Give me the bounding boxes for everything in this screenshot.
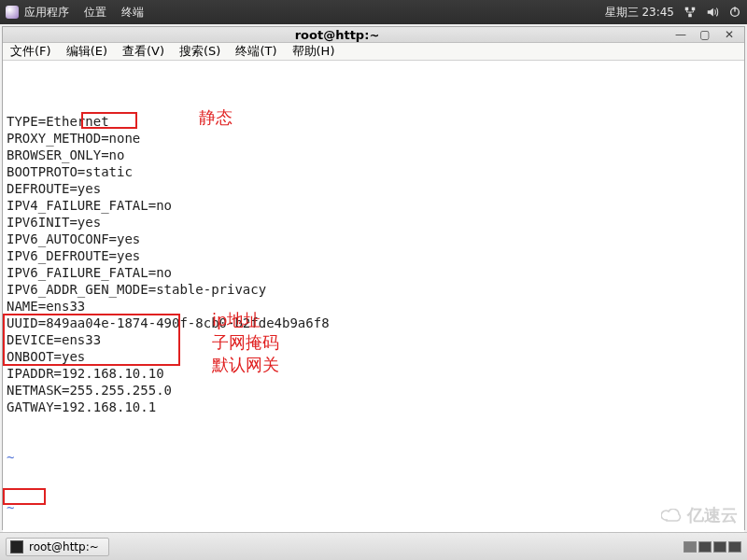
svg-rect-1 bbox=[692, 7, 696, 11]
taskbar-item-terminal[interactable]: root@http:~ bbox=[6, 538, 109, 556]
vim-empty-line: ~ bbox=[7, 449, 740, 466]
menu-terminal[interactable]: 终端 bbox=[121, 5, 144, 21]
config-line: GATWAY=192.168.10.1 bbox=[7, 399, 740, 415]
gnome-logo-icon bbox=[6, 6, 19, 19]
svg-rect-4 bbox=[734, 7, 735, 12]
workspace-3[interactable] bbox=[713, 541, 726, 553]
config-line: DEVICE=ens33 bbox=[7, 331, 740, 348]
config-line: DEFROUTE=yes bbox=[7, 180, 740, 197]
terminal-content[interactable]: TYPE=EthernetPROXY_METHOD=noneBROWSER_ON… bbox=[3, 61, 744, 560]
taskbar-item-label: root@http:~ bbox=[29, 540, 99, 553]
menu-places[interactable]: 位置 bbox=[84, 5, 106, 21]
terminal-window: root@http:~ — ▢ ✕ 文件(F) 编辑(E) 查看(V) 搜索(S… bbox=[2, 26, 745, 530]
menu-help[interactable]: 帮助(H) bbox=[292, 43, 335, 60]
titlebar[interactable]: root@http:~ — ▢ ✕ bbox=[3, 27, 744, 43]
network-icon[interactable] bbox=[684, 6, 697, 20]
clock[interactable]: 星期三 23:45 bbox=[605, 5, 674, 21]
config-line: NAME=ens33 bbox=[7, 298, 740, 315]
menubar: 文件(F) 编辑(E) 查看(V) 搜索(S) 终端(T) 帮助(H) bbox=[3, 43, 744, 61]
config-line: PROXY_METHOD=none bbox=[7, 130, 740, 147]
close-button[interactable]: ✕ bbox=[722, 27, 737, 42]
workspace-4[interactable] bbox=[728, 541, 741, 553]
power-icon[interactable] bbox=[728, 6, 741, 20]
svg-rect-2 bbox=[688, 14, 692, 18]
config-line: IPV6INIT=yes bbox=[7, 214, 740, 231]
menu-view[interactable]: 查看(V) bbox=[122, 43, 164, 60]
volume-icon[interactable] bbox=[706, 6, 719, 20]
top-panel: 应用程序 位置 终端 星期三 23:45 bbox=[0, 0, 747, 24]
menu-terminal[interactable]: 终端(T) bbox=[235, 43, 276, 60]
config-line: UUID=849aa04e-1874-490f-8cb0-b2fde4b9a6f… bbox=[7, 315, 740, 331]
minimize-button[interactable]: — bbox=[673, 27, 688, 42]
vim-empty-line: ~ bbox=[7, 499, 740, 516]
watermark: 亿速云 bbox=[661, 504, 738, 526]
config-line: ONBOOT=yes bbox=[7, 348, 740, 365]
config-line: BROWSER_ONLY=no bbox=[7, 147, 740, 163]
taskbar: root@http:~ bbox=[0, 532, 747, 560]
config-line: IPV6_FAILURE_FATAL=no bbox=[7, 264, 740, 281]
menu-file[interactable]: 文件(F) bbox=[10, 43, 51, 60]
config-line: IPV6_ADDR_GEN_MODE=stable-privacy bbox=[7, 281, 740, 298]
svg-rect-0 bbox=[685, 7, 689, 11]
workspace-1[interactable] bbox=[684, 541, 697, 553]
config-line: IPADDR=192.168.10.10 bbox=[7, 365, 740, 382]
config-line: IPV6_DEFROUTE=yes bbox=[7, 247, 740, 264]
terminal-icon bbox=[10, 540, 23, 553]
menu-search[interactable]: 搜索(S) bbox=[179, 43, 220, 60]
workspace-switcher[interactable] bbox=[684, 541, 741, 553]
config-line: NETMASK=255.255.255.0 bbox=[7, 382, 740, 399]
config-line: IPV4_FAILURE_FATAL=no bbox=[7, 197, 740, 214]
config-line: BOOTPROTO=static bbox=[7, 163, 740, 180]
menu-edit[interactable]: 编辑(E) bbox=[66, 43, 107, 60]
config-line: TYPE=Ethernet bbox=[7, 113, 740, 130]
workspace-2[interactable] bbox=[698, 541, 712, 553]
config-line: IPV6_AUTOCONF=yes bbox=[7, 231, 740, 247]
window-title: root@http:~ bbox=[10, 28, 664, 42]
menu-applications[interactable]: 应用程序 bbox=[24, 5, 69, 21]
maximize-button[interactable]: ▢ bbox=[698, 27, 712, 42]
